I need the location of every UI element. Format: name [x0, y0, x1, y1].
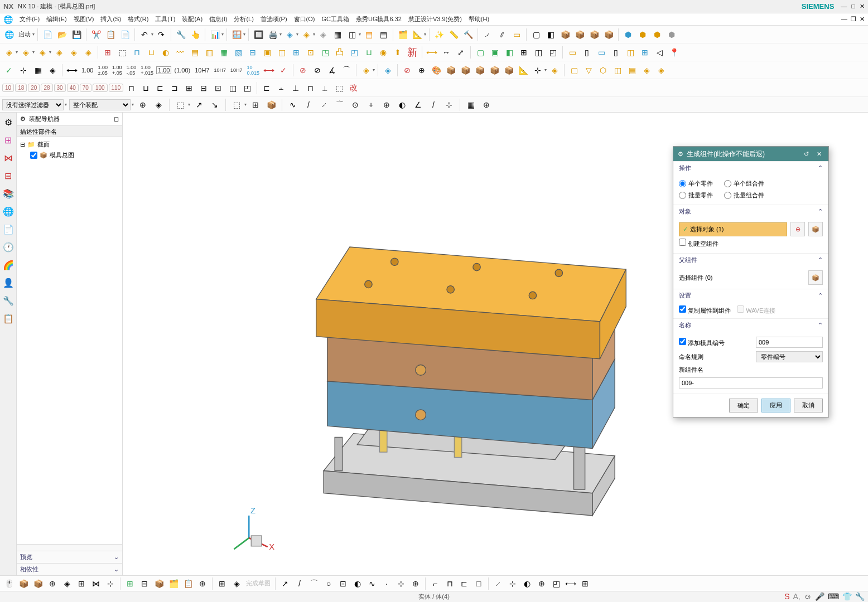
select-object-row[interactable]: ✓ 选择对象 (1) — [679, 222, 787, 236]
nav-reuse-icon[interactable]: 📚 — [2, 187, 15, 200]
wf-icon[interactable]: ◈ — [46, 64, 59, 77]
bt17-icon[interactable]: ↗ — [278, 577, 292, 590]
radio-batch-part[interactable]: 批量零件 — [679, 191, 713, 200]
mold5-icon[interactable]: ◈ — [67, 46, 80, 59]
pal-icon[interactable]: 🎨 — [430, 64, 443, 77]
cube1-icon[interactable]: ◈ — [283, 28, 296, 41]
sn1-icon[interactable]: ⊏ — [260, 81, 273, 95]
vw9-icon[interactable]: ◰ — [240, 81, 254, 95]
measure-icon[interactable]: 📏 — [447, 28, 460, 41]
grid-icon[interactable]: ⊞ — [101, 46, 114, 59]
start-label[interactable]: 启动 — [17, 30, 32, 38]
feat2-icon[interactable]: ⬢ — [636, 28, 649, 41]
flt3-icon[interactable]: ⬚ — [173, 98, 187, 111]
bt20-icon[interactable]: ○ — [322, 577, 335, 590]
p1-icon[interactable]: ▢ — [567, 64, 581, 77]
close-button[interactable]: ✕ — [860, 3, 865, 10]
dimtol-icon[interactable]: ⟷ — [262, 64, 276, 77]
v5-icon[interactable]: ◫ — [624, 46, 637, 59]
tri-icon[interactable]: ◁ — [653, 46, 666, 59]
bt6-icon[interactable]: ⊞ — [75, 577, 88, 590]
ime-kbd-icon[interactable]: ⌨ — [828, 592, 839, 601]
sk3-icon[interactable]: ◧ — [503, 46, 516, 59]
b2-icon[interactable]: 📦 — [459, 64, 472, 77]
flt13-icon[interactable]: ⊙ — [349, 98, 362, 111]
f9-icon[interactable]: ◫ — [275, 46, 288, 59]
flt1-icon[interactable]: ⊕ — [136, 98, 150, 111]
vw5-icon[interactable]: ⊞ — [182, 81, 196, 95]
bt15-icon[interactable]: ⊞ — [215, 577, 229, 590]
num-18[interactable]: 18 — [15, 84, 27, 92]
dialog-titlebar[interactable]: ⚙ 生成组件(此操作不能后退) ↺ ✕ — [673, 147, 828, 161]
nav-role-icon[interactable]: 👤 — [2, 276, 15, 289]
ime-face-icon[interactable]: ☺ — [804, 592, 812, 601]
mdi-restore[interactable]: ❐ — [851, 16, 856, 23]
sn6-icon[interactable]: ⬚ — [332, 81, 346, 95]
new-icon[interactable]: 📄 — [41, 28, 54, 41]
bt4-icon[interactable]: ⊕ — [46, 577, 59, 590]
feat4-icon[interactable]: ⬢ — [665, 28, 678, 41]
nav-clock-icon[interactable]: 🕐 — [2, 241, 15, 253]
flt9-icon[interactable]: ∿ — [286, 98, 300, 111]
bt35-icon[interactable]: ◰ — [549, 577, 563, 590]
vw6-icon[interactable]: ⊟ — [197, 81, 210, 95]
chk-icon[interactable]: ✓ — [2, 64, 16, 77]
flt10-icon[interactable]: / — [302, 98, 315, 111]
cmd-icon[interactable]: 📊 — [208, 28, 221, 41]
box2-icon[interactable]: 📦 — [573, 28, 586, 41]
flt4-icon[interactable]: ↗ — [192, 98, 206, 111]
f7-icon[interactable]: ⊟ — [246, 46, 259, 59]
dialog-close-icon[interactable]: ✕ — [814, 151, 824, 158]
v2-icon[interactable]: ▯ — [580, 46, 594, 59]
v4-icon[interactable]: ▯ — [609, 46, 623, 59]
new-name-input[interactable] — [679, 377, 823, 389]
num-70[interactable]: 70 — [80, 84, 91, 92]
copy-attrs-check[interactable]: 复制属性到组件 — [679, 307, 731, 314]
nav-constraint-icon[interactable]: ⋈ — [2, 152, 15, 164]
flt12-icon[interactable]: ⌒ — [333, 98, 346, 111]
nav-sheet-icon[interactable]: 📋 — [2, 312, 15, 324]
flt11-icon[interactable]: ⟋ — [317, 98, 331, 111]
flt20-icon[interactable]: ▦ — [464, 98, 478, 111]
p7-icon[interactable]: ◈ — [654, 64, 668, 77]
cancel-button[interactable]: 取消 — [794, 399, 823, 412]
bt3-icon[interactable]: 📦 — [31, 577, 45, 590]
vw1-icon[interactable]: ⊓ — [124, 81, 138, 95]
flt19-icon[interactable]: ⊹ — [442, 98, 456, 111]
num-100[interactable]: 100 — [93, 84, 108, 92]
no1-icon[interactable]: ⊘ — [296, 64, 310, 77]
bt16-icon[interactable]: ◈ — [230, 577, 243, 590]
vw7-icon[interactable]: ⊡ — [211, 81, 225, 95]
menu-edit[interactable]: 编辑(E) — [43, 14, 70, 25]
gear-icon[interactable]: ⚙ — [2, 116, 15, 128]
tree-item-sections[interactable]: ⊟📁截面 — [19, 139, 120, 150]
bt12-icon[interactable]: 🗂️ — [167, 577, 180, 590]
flt7-icon[interactable]: ⊞ — [249, 98, 262, 111]
num-20[interactable]: 20 — [28, 84, 40, 92]
mold4-icon[interactable]: ◈ — [52, 46, 66, 59]
radio-single-asm[interactable]: 单个组合件 — [724, 179, 764, 188]
bt28-icon[interactable]: ⊓ — [443, 577, 456, 590]
f1-icon[interactable]: ⊓ — [130, 46, 143, 59]
hash-icon[interactable]: ⊞ — [638, 46, 652, 59]
f2-icon[interactable]: ⊔ — [144, 46, 158, 59]
f15-icon[interactable]: ⊔ — [362, 46, 375, 59]
v3-icon[interactable]: ▭ — [595, 46, 608, 59]
table-icon[interactable]: ▦ — [31, 64, 45, 77]
bt9-icon[interactable]: ⊞ — [123, 577, 137, 590]
dim-h-icon[interactable]: ⟷ — [65, 64, 79, 77]
b5-icon[interactable]: 📦 — [502, 64, 515, 77]
num-10[interactable]: 10 — [2, 84, 14, 92]
f13-icon[interactable]: 凸 — [333, 46, 346, 59]
wave-link-check[interactable]: WAVE连接 — [737, 307, 775, 314]
radio-single-part[interactable]: 单个零件 — [679, 179, 713, 188]
menu-yanxiu[interactable]: 燕秀UG模具6.32 — [353, 14, 405, 25]
vw2-icon[interactable]: ⊔ — [139, 81, 152, 95]
num-40[interactable]: 40 — [67, 84, 79, 92]
asm1-icon[interactable]: 🗂️ — [396, 28, 409, 41]
layers-icon[interactable]: ▤ — [362, 28, 375, 41]
csys-icon[interactable]: ⊹ — [531, 64, 544, 77]
bt22-icon[interactable]: ◐ — [351, 577, 364, 590]
tool-icon[interactable]: 🔧 — [174, 28, 187, 41]
f14-icon[interactable]: ◰ — [348, 46, 361, 59]
